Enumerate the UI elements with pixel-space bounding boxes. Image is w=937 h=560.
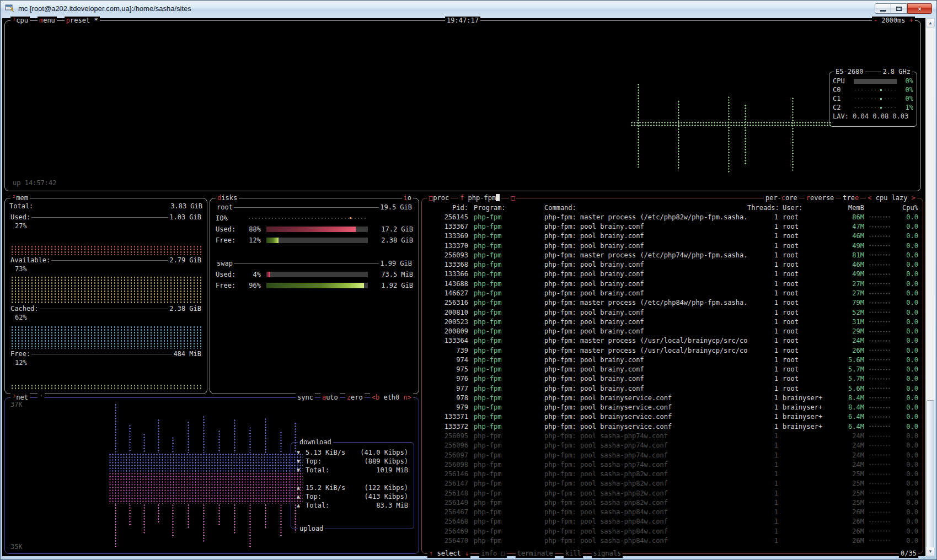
process-row[interactable]: 256146php-fpmphp-fpm: pool sasha-php82w.…: [426, 469, 918, 478]
process-row[interactable]: 133370php-fpmphp-fpm: pool brainy.conf1r…: [426, 241, 918, 250]
process-row[interactable]: 133369php-fpmphp-fpm: pool brainy.conf1r…: [426, 231, 918, 241]
disk-root-size: 19.5 GiB: [379, 203, 413, 212]
process-filter-input[interactable]: f php-fpm: [458, 194, 501, 202]
scrollbar[interactable]: ▲ ▼: [925, 18, 935, 556]
load-average: LAV: 0.04 0.08 0.03: [833, 112, 913, 121]
interval-increase-button[interactable]: +: [909, 17, 913, 24]
reverse-sort-toggle[interactable]: reverse: [805, 194, 836, 202]
process-panel: □proc f php-fpm □ per-core reverse tree …: [421, 198, 923, 554]
mem-total-value: 3.83 GiB: [170, 202, 202, 213]
root-free-bar: [266, 238, 368, 243]
process-row[interactable]: 256316php-fpmphp-fpm: master process (/e…: [426, 298, 918, 308]
process-row[interactable]: 739php-fpmphp-fpm: master process (/usr/…: [426, 346, 918, 355]
process-row[interactable]: 256467php-fpmphp-fpm: pool sasha-php84w.…: [426, 508, 918, 517]
net-zero-toggle[interactable]: zero: [345, 394, 365, 402]
net-scale-top: 37K: [10, 400, 23, 409]
select-control[interactable]: ↑ select ↓: [427, 550, 470, 558]
net-interface-switcher[interactable]: <b eth0 n>: [370, 394, 413, 402]
app-icon: [5, 4, 15, 13]
preset-button[interactable]: preset *: [65, 17, 100, 25]
process-row[interactable]: 256098php-fpmphp-fpm: pool sasha-php74w.…: [426, 460, 918, 469]
process-row[interactable]: 256147php-fpmphp-fpm: pool sasha-php82w.…: [426, 479, 918, 488]
close-icon: ✕: [918, 5, 922, 13]
tree-view-toggle[interactable]: tree: [841, 194, 860, 202]
process-row[interactable]: 256096php-fpmphp-fpm: pool sasha-php74w.…: [426, 441, 918, 450]
mem-sections: Used:1.03 GiB27%Available:2.79 GiB73%Cac…: [9, 213, 202, 390]
process-row[interactable]: 256097php-fpmphp-fpm: pool sasha-php74w.…: [426, 450, 918, 460]
scrollbar-thumb[interactable]: [927, 400, 934, 551]
text-cursor: [496, 194, 500, 201]
process-row[interactable]: 256148php-fpmphp-fpm: pool sasha-php82w.…: [426, 488, 918, 498]
process-row[interactable]: 256093php-fpmphp-fpm: master process (/e…: [426, 250, 918, 260]
process-row[interactable]: 256469php-fpmphp-fpm: pool sasha-php84w.…: [426, 526, 918, 536]
signals-action[interactable]: signals: [592, 550, 623, 558]
col-memb[interactable]: MemB: [833, 203, 864, 212]
process-row[interactable]: 256470php-fpmphp-fpm: pool sasha-php84w.…: [426, 536, 918, 545]
process-row[interactable]: 133364php-fpmphp-fpm: master process (/u…: [426, 336, 918, 346]
process-row[interactable]: 256468php-fpmphp-fpm: pool sasha-php84w.…: [426, 517, 918, 526]
process-row[interactable]: 143688php-fpmphp-fpm: pool brainy.conf1r…: [426, 279, 918, 288]
mem-section: Used:1.03 GiB27%: [9, 213, 202, 256]
menu-button[interactable]: menu: [38, 17, 57, 25]
process-row[interactable]: 256095php-fpmphp-fpm: pool sasha-php74w.…: [426, 431, 918, 440]
process-row[interactable]: 977php-fpmphp-fpm: pool brainy.conf1root…: [426, 384, 918, 393]
tab-cpu[interactable]: ¹cpu: [10, 17, 30, 25]
cpu-model: E5-2680: [834, 68, 865, 76]
disks-content: root 19.5 GiB IO% Used: 88% 17.2 GiB: [216, 203, 413, 389]
clock: 19:47:17: [445, 17, 480, 25]
process-row[interactable]: 976php-fpmphp-fpm: pool brainy.conf1root…: [426, 374, 918, 384]
free-pct: 96%: [242, 281, 261, 290]
col-threads[interactable]: Threads:: [747, 203, 778, 212]
close-button[interactable]: ✕: [907, 3, 932, 14]
net-sync-toggle[interactable]: sync: [296, 394, 315, 402]
net-auto-toggle[interactable]: auto: [320, 394, 340, 402]
disk-root-header: root 19.5 GiB: [216, 203, 413, 212]
process-row[interactable]: 133367php-fpmphp-fpm: pool brainy.conf1r…: [426, 222, 918, 231]
mem-section: Free:484 MiB12%: [9, 349, 202, 390]
net-stats-box: download upload ▼5.13 KiB/s(41.0 Kibps)▼…: [291, 442, 414, 529]
col-cpu[interactable]: Cpu%: [895, 203, 918, 212]
terminate-action[interactable]: terminate: [516, 550, 555, 558]
process-row[interactable]: 133372php-fpmphp-fpm: pool brainyservice…: [426, 422, 918, 431]
titlebar[interactable]: mc [root@a202.itdeveloper.com.ua]:/home/…: [1, 1, 936, 17]
info-action[interactable]: info □: [479, 550, 506, 558]
disk-swap-header: swap 1.99 GiB: [216, 259, 413, 268]
process-row[interactable]: 133368php-fpmphp-fpm: pool brainy.conf1r…: [426, 260, 918, 270]
process-row[interactable]: 133366php-fpmphp-fpm: pool brainy.conf1r…: [426, 270, 918, 279]
update-interval: - 2000ms +: [872, 17, 915, 25]
process-row[interactable]: 200809php-fpmphp-fpm: pool brainy.conf1r…: [426, 326, 918, 336]
process-row[interactable]: 979php-fpmphp-fpm: pool brainyservice.co…: [426, 403, 918, 412]
io-toggle[interactable]: io: [402, 194, 413, 202]
maximize-icon: [896, 7, 902, 11]
cpu-stats-box: E5-2680 2.8 GHz CPU0%C00%C10%C21% LAV: 0…: [829, 72, 917, 127]
sort-column-switcher[interactable]: < cpu lazy >: [866, 194, 917, 202]
process-row[interactable]: 975php-fpmphp-fpm: pool brainy.conf1root…: [426, 365, 918, 374]
memory-panel: ²mem Total: 3.83 GiB Used:1.03 GiB27%Ava…: [4, 198, 207, 394]
interval-decrease-button[interactable]: -: [874, 17, 877, 24]
kill-action[interactable]: kill: [564, 550, 583, 558]
process-row[interactable]: 978php-fpmphp-fpm: pool brainyservice.co…: [426, 393, 918, 402]
process-row[interactable]: 256149php-fpmphp-fpm: pool sasha-php82w.…: [426, 498, 918, 507]
tab-disks[interactable]: disks: [216, 194, 239, 202]
process-row[interactable]: 974php-fpmphp-fpm: pool brainy.conf1root…: [426, 355, 918, 364]
process-row[interactable]: 200810php-fpmphp-fpm: pool brainy.conf1r…: [426, 308, 918, 317]
per-core-toggle[interactable]: per-core: [764, 194, 799, 202]
tab-proc[interactable]: □proc: [427, 194, 451, 202]
process-row[interactable]: 146627php-fpmphp-fpm: pool brainy.conf1r…: [426, 288, 918, 298]
tab-mem[interactable]: ²mem: [10, 194, 30, 202]
process-actions: ↑ select ↓ info □ terminate kill signals: [427, 550, 623, 558]
mem-total-label: Total:: [9, 202, 33, 213]
process-row[interactable]: 200523php-fpmphp-fpm: pool brainy.conf1r…: [426, 317, 918, 326]
col-program[interactable]: Program:: [474, 203, 544, 212]
col-command[interactable]: Command:: [544, 203, 747, 212]
process-row[interactable]: 256145php-fpmphp-fpm: master process (/e…: [426, 212, 918, 222]
scroll-up-button[interactable]: ▲: [926, 18, 935, 28]
col-user[interactable]: User:: [783, 203, 833, 212]
process-row[interactable]: 133371php-fpmphp-fpm: pool brainyservice…: [426, 412, 918, 422]
scroll-down-button[interactable]: ▼: [926, 547, 935, 556]
maximize-button[interactable]: [891, 3, 907, 14]
minimize-button[interactable]: [875, 3, 891, 14]
col-pid[interactable]: Pid:: [426, 203, 468, 212]
download-label: download: [298, 438, 333, 446]
disks-panel: disks io root 19.5 GiB IO%: [210, 198, 419, 394]
